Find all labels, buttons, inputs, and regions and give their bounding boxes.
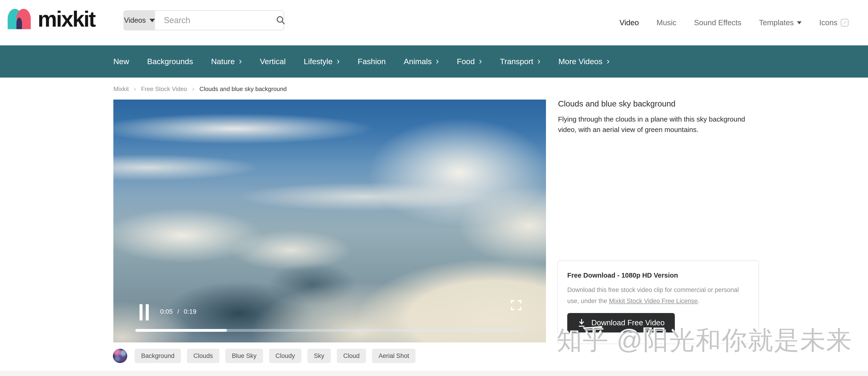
tag-blue-sky[interactable]: Blue Sky	[225, 349, 263, 363]
caret-down-icon	[150, 19, 155, 22]
progress-bar[interactable]	[135, 329, 524, 332]
tag-cloud[interactable]: Cloud	[337, 349, 366, 363]
breadcrumb-separator: ›	[192, 85, 194, 93]
category-fashion[interactable]: Fashion	[358, 57, 386, 66]
license-link[interactable]: Mixkit Stock Video Free License	[609, 297, 698, 305]
mixkit-logo[interactable]: mixkit	[8, 9, 95, 29]
chevron-right-icon: ›	[537, 57, 540, 65]
pause-button[interactable]	[140, 304, 149, 320]
fullscreen-button[interactable]	[511, 300, 522, 310]
tag-aerial-shot[interactable]: Aerial Shot	[372, 349, 415, 363]
chevron-right-icon: ›	[239, 57, 242, 65]
site-header: mixkit Videos Video Music Sound Effects …	[0, 0, 868, 46]
search-submit-button[interactable]	[276, 11, 286, 30]
fullscreen-icon	[511, 300, 522, 310]
chevron-right-icon: ›	[607, 57, 610, 65]
breadcrumb-free-stock-video[interactable]: Free Stock Video	[141, 85, 187, 93]
license-text-after: .	[698, 297, 700, 305]
top-nav-music[interactable]: Music	[656, 18, 677, 27]
top-nav-video[interactable]: Video	[620, 18, 639, 27]
contributor-avatar[interactable]	[113, 349, 127, 363]
caret-down-icon	[797, 21, 802, 24]
tag-clouds[interactable]: Clouds	[187, 349, 219, 363]
tag-background[interactable]: Background	[135, 349, 181, 363]
pause-icon	[140, 304, 143, 320]
next-section-strip	[0, 371, 868, 376]
video-title: Clouds and blue sky background	[558, 99, 771, 108]
video-description: Flying through the clouds in a plane wit…	[558, 114, 763, 135]
download-free-video-button[interactable]: Download Free Video	[567, 313, 675, 332]
top-nav: Video Music Sound Effects Templates Icon…	[620, 0, 848, 46]
category-lifestyle[interactable]: Lifestyle›	[304, 57, 340, 66]
search-input[interactable]	[155, 11, 276, 30]
category-animals[interactable]: Animals›	[404, 57, 439, 66]
pause-icon	[146, 304, 149, 320]
search-icon	[276, 16, 286, 25]
category-nature[interactable]: Nature›	[211, 57, 242, 66]
category-vertical[interactable]: Vertical	[260, 57, 286, 66]
download-icon	[578, 318, 586, 327]
top-nav-sound-effects[interactable]: Sound Effects	[694, 18, 741, 27]
mixkit-logo-icon	[8, 9, 31, 29]
tags-row: Background Clouds Blue Sky Cloudy Sky Cl…	[113, 349, 415, 363]
download-button-label: Download Free Video	[591, 318, 665, 327]
category-nav: New Backgrounds Nature› Vertical Lifesty…	[0, 46, 868, 78]
chevron-right-icon: ›	[337, 57, 340, 65]
download-card: Free Download - 1080p HD Version Downloa…	[558, 260, 759, 344]
chevron-right-icon: ›	[479, 57, 482, 65]
external-link-icon: ↗	[841, 19, 848, 27]
category-transport[interactable]: Transport›	[500, 57, 540, 66]
progress-fill	[135, 329, 227, 332]
download-card-title: Free Download - 1080p HD Version	[567, 271, 749, 279]
video-player[interactable]: 0:05 / 0:19	[113, 99, 546, 342]
breadcrumb-current-page: Clouds and blue sky background	[199, 85, 287, 93]
download-card-body: Download this free stock video clip for …	[567, 284, 749, 307]
top-nav-icons[interactable]: Icons ↗	[819, 18, 848, 27]
tag-sky[interactable]: Sky	[307, 349, 331, 363]
chevron-right-icon: ›	[436, 57, 439, 65]
search-category-dropdown[interactable]: Videos	[124, 11, 155, 30]
category-backgrounds[interactable]: Backgrounds	[147, 57, 193, 66]
logo-wordmark: mixkit	[38, 9, 95, 29]
category-food[interactable]: Food›	[457, 57, 482, 66]
search-bar: Videos	[124, 10, 284, 30]
category-more-videos[interactable]: More Videos›	[558, 57, 610, 66]
breadcrumb: Mixkit › Free Stock Video › Clouds and b…	[113, 85, 287, 93]
breadcrumb-separator: ›	[134, 85, 136, 93]
time-display: 0:05 / 0:19	[160, 308, 196, 315]
tag-cloudy[interactable]: Cloudy	[269, 349, 302, 363]
time-separator: /	[178, 308, 179, 315]
current-time: 0:05	[160, 308, 173, 315]
breadcrumb-mixkit[interactable]: Mixkit	[113, 85, 129, 93]
logo-arch-navy	[17, 18, 22, 29]
category-new[interactable]: New	[113, 57, 129, 66]
total-duration: 0:19	[184, 308, 196, 315]
search-category-label: Videos	[124, 16, 146, 25]
top-nav-templates[interactable]: Templates	[759, 18, 802, 27]
